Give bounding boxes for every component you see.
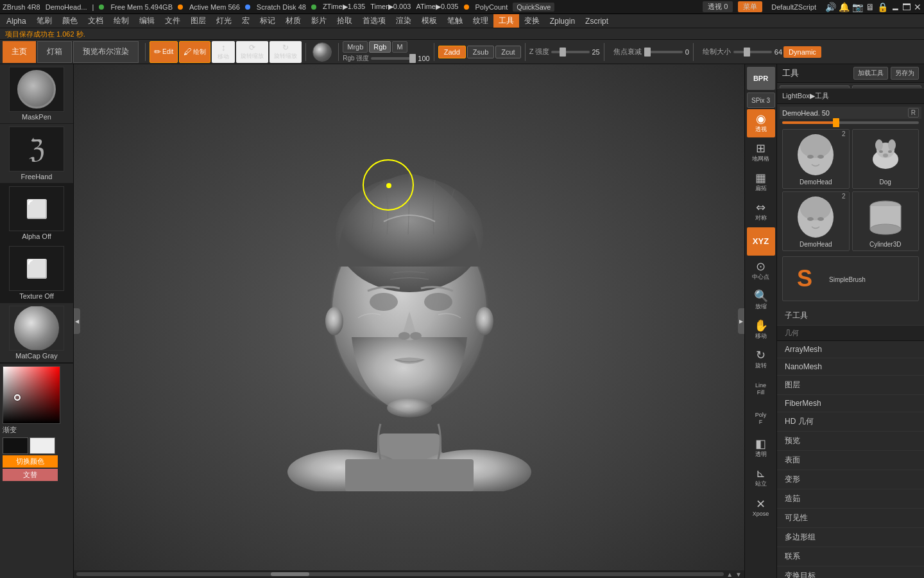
menu-render[interactable]: 渲染 <box>391 14 416 28</box>
menu-tool[interactable]: 工具 <box>493 14 519 28</box>
color-picker[interactable] <box>3 366 60 424</box>
texture-off[interactable]: ⬜ Texture Off <box>0 243 73 303</box>
focal-slider[interactable] <box>644 51 683 53</box>
preview-item[interactable]: 预览 <box>777 432 924 451</box>
rt-linefill[interactable]: LineFill <box>747 375 775 403</box>
switch-color-button[interactable]: 切换颜色 <box>3 455 58 468</box>
draw-size-slider[interactable] <box>733 51 772 53</box>
menu-layer[interactable]: 图层 <box>185 14 211 28</box>
zadd-button[interactable]: Zadd <box>438 46 466 58</box>
rt-symmetry[interactable]: ⇔ 对称 <box>747 198 775 226</box>
menu-movie[interactable]: 影片 <box>306 14 332 28</box>
demohead-r-button[interactable]: R <box>908 108 919 118</box>
geometry-section[interactable]: 几何 <box>777 326 924 341</box>
menu-light[interactable]: 灯光 <box>211 14 237 28</box>
dynamic-button[interactable]: Dynamic <box>783 46 821 58</box>
menu-button[interactable]: 菜单 <box>738 1 762 12</box>
rt-xyz[interactable]: XYZ <box>747 227 775 256</box>
zcut-button[interactable]: Zcut <box>495 46 520 58</box>
rt-move[interactable]: ✋ 移动 <box>747 316 775 344</box>
rt-zoom[interactable]: 🔍 放缩 <box>747 286 775 315</box>
menu-doc[interactable]: 文档 <box>83 14 108 28</box>
rotate-scale-button[interactable]: ⟳ 旋转缩放 <box>236 41 268 63</box>
rt-center[interactable]: ⊙ 中心点 <box>747 257 775 285</box>
bpr-button[interactable]: BPR <box>747 67 775 90</box>
menu-transform[interactable]: 变换 <box>519 14 545 28</box>
menu-zscript[interactable]: Zscript <box>580 15 613 27</box>
text-r-button[interactable]: 文替 <box>3 469 58 481</box>
rgb-strength-slider[interactable] <box>371 57 416 60</box>
menu-alpha[interactable]: Alpha <box>1 15 31 27</box>
mesh-cylinder[interactable]: Cylinder3D <box>852 191 920 251</box>
hd-geometry-item[interactable]: HD 几何 <box>777 412 924 432</box>
mesh-demohead2[interactable]: DemoHead <box>782 191 850 251</box>
visibility-item[interactable]: 可见性 <box>777 509 924 528</box>
swatch-white[interactable] <box>30 437 55 454</box>
fibermesh-item[interactable]: FiberMesh <box>777 395 924 412</box>
load-tool-button[interactable]: 加载工具 <box>853 67 888 80</box>
m-button[interactable]: M <box>392 41 407 53</box>
rt-perspective[interactable]: ◉ 透视 <box>747 109 775 137</box>
save-as-button[interactable]: 另存为 <box>891 67 919 80</box>
mesh-demohead[interactable]: DemoHead <box>782 129 850 189</box>
rt-floor[interactable]: ▦ 扁拓 <box>747 168 775 197</box>
menu-draw[interactable]: 绘制 <box>108 14 134 28</box>
zsub-button[interactable]: Zsub <box>467 46 494 58</box>
scroll-arrow-right[interactable]: ▼ <box>735 571 742 578</box>
material-sphere[interactable] <box>312 42 332 62</box>
rt-transparent[interactable]: ◧ 透明 <box>747 434 775 462</box>
nav-preview[interactable]: 预览布尔渲染 <box>73 41 139 63</box>
menu-macro[interactable]: 宏 <box>237 14 255 28</box>
menu-stroke[interactable]: 笔触 <box>442 14 468 28</box>
menu-edit[interactable]: 编辑 <box>134 14 160 28</box>
window-controls[interactable]: 🔊 🔔 📷 🖥 🔒 🗕 🗖 ✕ <box>825 2 921 12</box>
connect-item[interactable]: 联系 <box>777 547 924 566</box>
menu-marker[interactable]: 标记 <box>255 14 280 28</box>
default-script[interactable]: DefaultZScript <box>767 3 820 12</box>
menu-material[interactable]: 材质 <box>280 14 306 28</box>
rgb-button[interactable]: Rgb <box>369 41 391 53</box>
brush-maskpen[interactable]: MaskPen <box>0 64 73 124</box>
nav-home[interactable]: 主页 <box>3 41 36 63</box>
scrollbar-thumb[interactable] <box>271 572 309 576</box>
demohead-slider[interactable] <box>780 121 921 127</box>
spix-button[interactable]: SPix 3 <box>747 92 775 108</box>
demohead-slider-thumb[interactable] <box>833 118 839 127</box>
z-strength-slider[interactable] <box>551 51 590 53</box>
menu-template[interactable]: 模板 <box>416 14 442 28</box>
menu-texture[interactable]: 纹理 <box>468 14 493 28</box>
menu-pick[interactable]: 拾取 <box>332 14 357 28</box>
rt-rotate[interactable]: ↻ 旋转 <box>747 346 775 374</box>
quicksave[interactable]: QuickSave <box>513 3 554 12</box>
alpha-off[interactable]: ⬜ Alpha Off <box>0 184 73 243</box>
edit-button[interactable]: ✏ Edit <box>150 41 178 63</box>
move-button[interactable]: ↕ 移动 <box>212 41 235 63</box>
nano-mesh-item[interactable]: NanoMesh <box>777 358 924 376</box>
rt-stand[interactable]: ⊾ 站立 <box>747 464 775 492</box>
rt-xpose[interactable]: ✕ Xpose <box>747 493 775 521</box>
morph-item[interactable]: 变形 <box>777 470 924 489</box>
nav-lightbox[interactable]: 灯箱 <box>37 41 72 63</box>
mesh-dog[interactable]: Dog <box>852 129 920 189</box>
transform-target-item[interactable]: 变换目标 <box>777 566 924 578</box>
menu-brush[interactable]: 笔刷 <box>31 14 57 28</box>
array-mesh-item[interactable]: ArrayMesh <box>777 341 924 358</box>
rotate-button[interactable]: ↻ 旋转缩放 <box>270 41 302 63</box>
swatch-black[interactable] <box>3 437 28 454</box>
polygon-group-item[interactable]: 多边形组 <box>777 528 924 547</box>
mesh-simplebrush[interactable]: S SimpleBrush <box>782 256 919 301</box>
brush-freehand[interactable]: ℨ FreeHand <box>0 124 73 184</box>
draw-button[interactable]: 🖊 绘制 <box>179 41 210 63</box>
collapse-right-button[interactable]: ▶ <box>738 308 744 334</box>
bottom-scrollbar[interactable]: ▲ ▼ <box>74 570 744 578</box>
menu-color[interactable]: 颜色 <box>57 14 83 28</box>
menu-file[interactable]: 文件 <box>160 14 185 28</box>
viewport[interactable]: ◀ ▶ ▲ ▼ <box>74 64 744 578</box>
deformation-item[interactable]: 造筎 <box>777 489 924 509</box>
scroll-arrow-left[interactable]: ▲ <box>726 571 733 578</box>
menu-zplugin[interactable]: Zplugin <box>545 15 580 27</box>
subtool-item[interactable]: 子工具 <box>777 306 924 326</box>
menu-prefs[interactable]: 首选项 <box>357 14 391 28</box>
rt-grid[interactable]: ⊞ 地网格 <box>747 139 775 167</box>
mrgb-button[interactable]: Mrgb <box>343 41 368 53</box>
